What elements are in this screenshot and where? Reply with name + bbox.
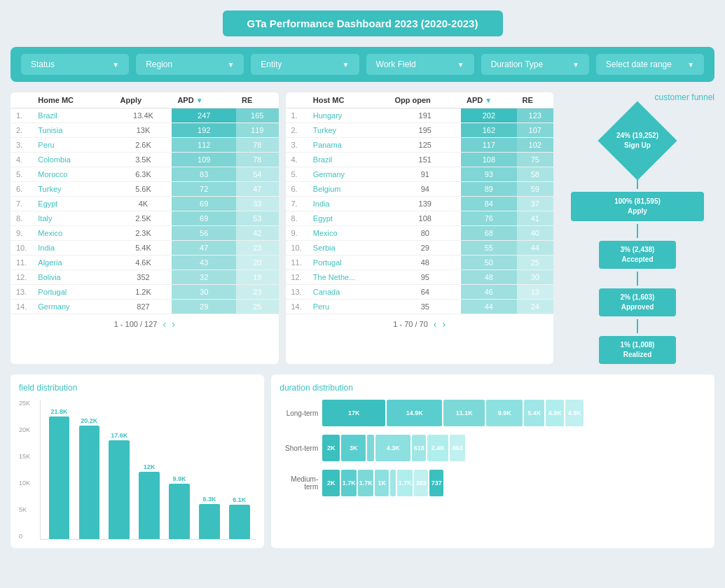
- table-row-apd: 69: [172, 211, 236, 226]
- table-row-apd: 43: [172, 255, 236, 270]
- table-row-re: 78: [236, 138, 278, 153]
- table-row-re: 59: [517, 182, 553, 197]
- table-row-name[interactable]: Brazil: [308, 153, 389, 167]
- table-row-re: 19: [236, 270, 278, 285]
- table-row-apply: 13K: [115, 123, 172, 138]
- funnel-steps: 24% (19,252)Sign Up 100% (81,595)Apply 3…: [560, 109, 714, 364]
- table-row-name[interactable]: Peru: [308, 300, 389, 314]
- table-row-idx: 11.: [11, 255, 32, 270]
- table-row-apd: 72: [172, 182, 236, 197]
- duration-type-filter[interactable]: Duration Type ▼: [481, 54, 589, 75]
- table-row-apd: 162: [461, 123, 517, 138]
- table-row-name[interactable]: Canada: [308, 285, 389, 300]
- table-row-name[interactable]: Portugal: [308, 255, 389, 270]
- table-row-name[interactable]: Egypt: [32, 197, 114, 211]
- host-next-btn[interactable]: ›: [443, 318, 446, 330]
- table-row-name[interactable]: Bolivia: [32, 270, 114, 285]
- table-row-idx: 14.: [286, 300, 308, 314]
- table-row-name[interactable]: Hungary: [308, 108, 389, 123]
- table-row-name[interactable]: Turkey: [308, 123, 389, 138]
- table-row-name[interactable]: Mexico: [32, 226, 114, 241]
- table-row-name[interactable]: The Nethe...: [308, 270, 389, 285]
- workfield-filter[interactable]: Work Field ▼: [366, 54, 474, 75]
- y-label-15k: 15K: [19, 453, 30, 460]
- table-row-name[interactable]: Morocco: [32, 167, 114, 182]
- host-mc-apd-header[interactable]: APD ▼: [461, 92, 517, 108]
- table-row-apd: 68: [461, 226, 517, 241]
- table-row-idx: 4.: [11, 153, 32, 167]
- table-row-idx: 11.: [286, 255, 308, 270]
- table-row-idx: 5.: [286, 167, 308, 182]
- status-filter[interactable]: Status ▼: [21, 54, 129, 75]
- table-row-apd: 117: [461, 138, 517, 153]
- dur-dist-title: duration distribution: [279, 383, 706, 393]
- table-row-name[interactable]: Germany: [308, 167, 389, 182]
- table-row-re: 25: [517, 255, 553, 270]
- table-row-name[interactable]: Peru: [32, 138, 114, 153]
- table-row-oppopen: 139: [389, 197, 461, 211]
- bar: [49, 416, 70, 539]
- table-row-idx: 14.: [11, 300, 32, 314]
- table-row-apd: 30: [172, 285, 236, 300]
- table-row-apply: 5.4K: [115, 241, 172, 255]
- table-row-name[interactable]: Algeria: [32, 255, 114, 270]
- duration-label: Long-term: [279, 410, 318, 417]
- home-prev-btn[interactable]: ‹: [163, 318, 166, 330]
- entity-filter[interactable]: Entity ▼: [251, 54, 359, 75]
- table-row-name[interactable]: Belgium: [308, 182, 389, 197]
- home-mc-apd-header[interactable]: APD ▼: [172, 92, 236, 108]
- bottom-section: field distribution 25K 20K 15K 10K 5K 0 …: [11, 374, 714, 548]
- table-row-name[interactable]: Turkey: [32, 182, 114, 197]
- table-row-name[interactable]: Tunisia: [32, 123, 114, 138]
- y-label-10k: 10K: [19, 479, 30, 486]
- duration-bar: 3K: [341, 435, 366, 461]
- bar-value: 20.2K: [81, 417, 97, 424]
- home-mc-table: Home MC Apply APD ▼ RE 1. Brazil 13.4K 2…: [11, 92, 279, 364]
- home-next-btn[interactable]: ›: [172, 318, 175, 330]
- table-row-name[interactable]: Germany: [32, 300, 114, 314]
- duration-bar: 2K: [322, 435, 340, 461]
- table-row-name[interactable]: Serbia: [308, 241, 389, 255]
- table-row-name[interactable]: Egypt: [308, 211, 389, 226]
- host-mc-oppopen-header: Opp open: [389, 92, 461, 108]
- table-row-oppopen: 95: [389, 270, 461, 285]
- table-row-name[interactable]: Brazil: [32, 108, 114, 123]
- home-mc-apply-header: Apply: [115, 92, 172, 108]
- table-row-oppopen: 125: [389, 138, 461, 153]
- table-row-apd: 32: [172, 270, 236, 285]
- table-row-idx: 2.: [286, 123, 308, 138]
- table-row-apd: 108: [461, 153, 517, 167]
- table-row-apply: 3.5K: [115, 153, 172, 167]
- page-title: GTa Performance Dashboard 2023 (2020-202…: [223, 10, 503, 36]
- table-row-name[interactable]: Panama: [308, 138, 389, 153]
- table-row-name[interactable]: Portugal: [32, 285, 114, 300]
- host-prev-btn[interactable]: ‹: [434, 318, 437, 330]
- table-row-oppopen: 108: [389, 211, 461, 226]
- bar: [139, 472, 160, 539]
- date-range-filter[interactable]: Select date range ▼: [596, 54, 704, 75]
- region-filter[interactable]: Region ▼: [136, 54, 244, 75]
- table-row-name[interactable]: India: [308, 197, 389, 211]
- table-row-oppopen: 191: [389, 108, 461, 123]
- chevron-down-icon: ▼: [572, 61, 579, 69]
- table-row-idx: 8.: [286, 211, 308, 226]
- table-row-re: 33: [236, 197, 278, 211]
- home-pagination: 1 - 100 / 127 ‹ ›: [11, 314, 279, 334]
- bar: [79, 426, 100, 539]
- duration-bar: [367, 435, 374, 461]
- funnel-realized: 1% (1,008)Realized: [599, 336, 676, 364]
- table-row-apply: 6.3K: [115, 167, 172, 182]
- table-row-idx: 6.: [286, 182, 308, 197]
- table-row-name[interactable]: Mexico: [308, 226, 389, 241]
- table-row-name[interactable]: Italy: [32, 211, 114, 226]
- duration-bar: 1.7K: [397, 470, 413, 496]
- table-row-name[interactable]: Colombia: [32, 153, 114, 167]
- table-row-apply: 13.4K: [115, 108, 172, 123]
- home-mc-name-header: Home MC: [32, 92, 114, 108]
- funnel-signup: 24% (19,252)Sign Up: [616, 131, 658, 150]
- table-row-re: 54: [236, 167, 278, 182]
- table-row-name[interactable]: India: [32, 241, 114, 255]
- duration-bar: 5.4K: [524, 400, 544, 426]
- table-row-oppopen: 195: [389, 123, 461, 138]
- table-row-apd: 247: [172, 108, 236, 123]
